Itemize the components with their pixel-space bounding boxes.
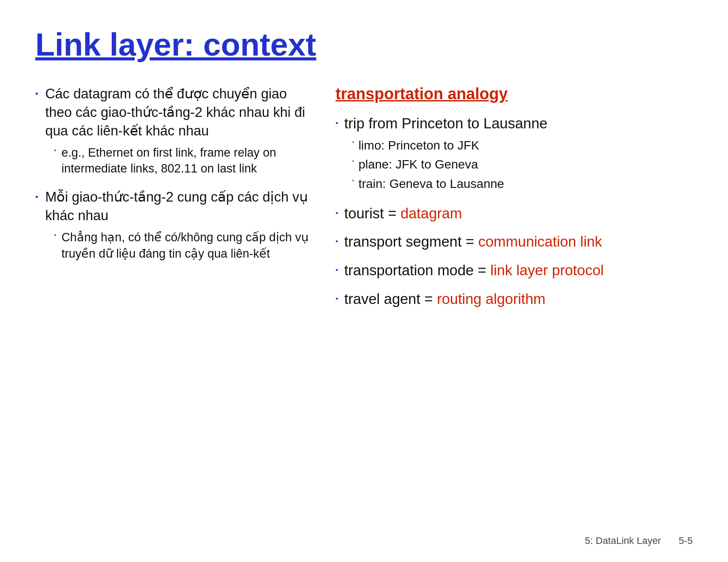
right-sub-text-2: plane: JFK to Geneva bbox=[358, 156, 478, 173]
right-sub-text-1: limo: Princeton to JFK bbox=[358, 137, 479, 154]
footer: 5: DataLink Layer 5-5 bbox=[585, 535, 693, 547]
right-sub-dot-2: • bbox=[352, 158, 354, 165]
sub-text-1: e.g., Ethernet on first link, frame rela… bbox=[61, 145, 309, 177]
right-bullet-1-content: trip from Princeton to Lausanne bbox=[344, 115, 547, 131]
right-bullet-3: ▪ transport segment = communication link bbox=[336, 232, 693, 252]
right-column: transportation analogy ▪ trip from Princ… bbox=[336, 85, 693, 318]
right-bullet-4-red: link layer protocol bbox=[490, 262, 604, 278]
right-bullet-1-text: trip from Princeton to Lausanne • limo: … bbox=[344, 114, 693, 195]
right-bullet-1: ▪ trip from Princeton to Lausanne • limo… bbox=[336, 114, 693, 195]
left-bullet-2-content: Mỗi giao-thức-tầng-2 cung cấp các dịch v… bbox=[45, 189, 308, 223]
right-bullet-5-text: travel agent = routing algorithm bbox=[344, 289, 693, 309]
sub-item-2: • Chẳng hạn, có thể có/không cung cấp dị… bbox=[54, 229, 309, 262]
right-bullet-3-red: communication link bbox=[478, 233, 602, 250]
sub-text-2: Chẳng hạn, có thể có/không cung cấp dịch… bbox=[61, 229, 309, 262]
left-bullet-1-text: Các datagram có thể được chuyển giao the… bbox=[45, 85, 309, 180]
sub-dot-1: • bbox=[54, 146, 56, 155]
slide: Link layer: context ▪ Các datagram có th… bbox=[0, 0, 728, 562]
right-sub-dot-1: • bbox=[352, 139, 354, 146]
right-sub-dot-3: • bbox=[352, 177, 354, 184]
right-bullet-square-4: ▪ bbox=[336, 265, 338, 275]
right-bullet-2: ▪ tourist = datagram bbox=[336, 204, 693, 224]
right-bullet-5-red: routing algorithm bbox=[437, 291, 546, 307]
bullet-square-1: ▪ bbox=[35, 88, 38, 99]
right-bullet-square-3: ▪ bbox=[336, 236, 338, 246]
section-header: transportation analogy bbox=[336, 85, 693, 103]
sub-list-1: • e.g., Ethernet on first link, frame re… bbox=[54, 145, 309, 177]
sub-dot-2: • bbox=[54, 231, 56, 240]
right-bullet-5-prefix: travel agent = bbox=[344, 291, 437, 307]
sub-list-2: • Chẳng hạn, có thể có/không cung cấp dị… bbox=[54, 229, 309, 262]
right-bullet-2-red: datagram bbox=[400, 205, 462, 221]
left-column: ▪ Các datagram có thể được chuyển giao t… bbox=[35, 85, 309, 318]
right-bullet-5: ▪ travel agent = routing algorithm bbox=[336, 289, 693, 309]
right-bullet-square-5: ▪ bbox=[336, 294, 338, 303]
left-bullet-1-content: Các datagram có thể được chuyển giao the… bbox=[45, 86, 305, 139]
right-sub-item-1: • limo: Princeton to JFK bbox=[352, 137, 693, 154]
bullet-square-2: ▪ bbox=[35, 191, 38, 202]
right-bullet-4: ▪ transportation mode = link layer proto… bbox=[336, 261, 693, 281]
left-bullet-2: ▪ Mỗi giao-thức-tầng-2 cung cấp các dịch… bbox=[35, 188, 309, 265]
right-bullet-4-prefix: transportation mode = bbox=[344, 262, 490, 278]
right-sub-item-2: • plane: JFK to Geneva bbox=[352, 156, 693, 173]
right-bullet-square-1: ▪ bbox=[336, 118, 338, 128]
right-sub-item-3: • train: Geneva to Lausanne bbox=[352, 176, 693, 192]
right-sub-list-1: • limo: Princeton to JFK • plane: JFK to… bbox=[352, 137, 693, 192]
right-bullet-square-2: ▪ bbox=[336, 208, 338, 218]
page-title: Link layer: context bbox=[35, 26, 693, 63]
right-bullet-3-text: transport segment = communication link bbox=[344, 232, 693, 252]
right-bullet-2-text: tourist = datagram bbox=[344, 204, 693, 224]
content-area: ▪ Các datagram có thể được chuyển giao t… bbox=[35, 85, 693, 318]
right-bullet-3-prefix: transport segment = bbox=[344, 233, 479, 250]
footer-right: 5-5 bbox=[679, 535, 693, 547]
right-bullet-2-prefix: tourist = bbox=[344, 205, 400, 221]
right-sub-text-3: train: Geneva to Lausanne bbox=[358, 176, 504, 192]
left-bullet-2-text: Mỗi giao-thức-tầng-2 cung cấp các dịch v… bbox=[45, 188, 309, 265]
right-bullet-4-text: transportation mode = link layer protoco… bbox=[344, 261, 693, 281]
left-bullet-1: ▪ Các datagram có thể được chuyển giao t… bbox=[35, 85, 309, 180]
sub-item-1: • e.g., Ethernet on first link, frame re… bbox=[54, 145, 309, 177]
footer-left: 5: DataLink Layer bbox=[585, 535, 661, 547]
